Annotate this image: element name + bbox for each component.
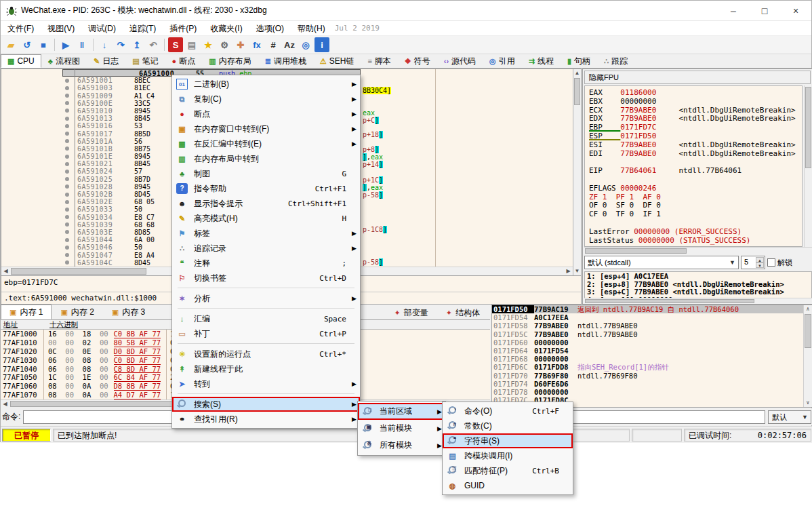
breakpoint-dot[interactable] — [65, 200, 69, 204]
breakpoint-dot[interactable] — [65, 215, 69, 219]
menubar-item-H[interactable]: 帮助(H) — [291, 21, 332, 36]
register-list[interactable]: EAX 01186000EBX 00000000ECX 77B9ABE0 <nt… — [584, 85, 803, 247]
menu-current-region[interactable]: □当前区域▶ — [358, 403, 445, 420]
scroll-down-arrow[interactable]: ∨ — [804, 399, 812, 407]
menubar-item-F[interactable]: 文件(F) — [1, 21, 41, 36]
menu-follow-disasm[interactable]: ▦在反汇编中转到(E)▶ — [172, 136, 360, 151]
breakpoint-dot[interactable] — [65, 170, 69, 174]
scroll-left-arrow[interactable]: ◀ — [1, 267, 10, 275]
menu-search-strings[interactable]: ❝字符串(S) — [443, 433, 573, 448]
arguments-hscrollbar[interactable] — [584, 298, 812, 304]
menu-binary[interactable]: 01二进制(B)▶ — [172, 77, 360, 92]
breakpoint-dot[interactable] — [65, 117, 69, 121]
registers-vscrollbar[interactable] — [804, 85, 812, 247]
breakpoint-dot[interactable] — [65, 86, 69, 90]
breakpoint-dot[interactable] — [65, 193, 69, 197]
menubar-item-O[interactable]: 选项(O) — [249, 21, 291, 36]
breakpoint-dot[interactable] — [65, 177, 69, 181]
tab-内存1[interactable]: ▣内存 1 — [1, 305, 52, 319]
close-button[interactable]: × — [780, 1, 811, 21]
menu-copy[interactable]: ⧉复制(C)▶ — [172, 92, 360, 106]
tab-部变量[interactable]: ✦部变量 — [386, 305, 437, 320]
tab-脚本[interactable]: ≡脚本 — [361, 54, 397, 68]
hash-icon[interactable]: # — [266, 37, 281, 52]
menu-search[interactable]: 搜索(S)▶ — [172, 397, 360, 412]
breakpoint-dot[interactable] — [65, 230, 69, 234]
stack-row[interactable]: 0171FD6000000000 — [492, 338, 812, 347]
menu-all-modules[interactable]: ※所有模块▶ — [358, 437, 445, 454]
minimize-button[interactable]: – — [718, 1, 749, 21]
menu-label[interactable]: ⚑标签▶ — [172, 226, 360, 241]
address-column-header[interactable]: 地址 — [1, 320, 44, 329]
breakpoint-dot[interactable] — [65, 246, 69, 250]
string-az-icon[interactable]: Az — [282, 37, 297, 52]
scroll-thumb[interactable] — [585, 248, 687, 254]
menu-instruction-help[interactable]: ?指令帮助Ctrl+F1 — [172, 181, 360, 196]
breakpoint-dot[interactable] — [65, 162, 69, 166]
step-over-icon[interactable]: ↷ — [113, 37, 128, 52]
patch-icon[interactable]: ✚ — [233, 37, 248, 52]
menu-trace-record[interactable]: ∴追踪记录▶ — [172, 241, 360, 256]
breakpoint-dot[interactable] — [65, 155, 69, 159]
scroll-up-arrow[interactable]: ∧ — [804, 305, 812, 313]
breakpoint-dot[interactable] — [65, 132, 69, 136]
breakpoint-dot[interactable] — [65, 208, 69, 212]
breakpoint-dot[interactable] — [65, 101, 69, 105]
spin-down-icon[interactable]: ▼ — [756, 262, 764, 268]
about-icon[interactable]: i — [314, 37, 329, 52]
scroll-thumb[interactable] — [585, 299, 754, 303]
tab-符号[interactable]: ❖符号 — [398, 54, 437, 68]
menu-assemble[interactable]: ↓汇编Space — [172, 311, 360, 326]
menu-search-pattern[interactable]: ▒匹配特征(P)Ctrl+B — [443, 463, 573, 478]
menu-follow-memmap[interactable]: ▥在内存布局中转到 — [172, 151, 360, 166]
tab-引用[interactable]: ◎引用 — [483, 54, 522, 68]
menu-highlight-mode[interactable]: ✎高亮模式(H)H — [172, 211, 360, 226]
tab-流程图[interactable]: ♣流程图 — [41, 54, 87, 68]
stack-row[interactable]: 0171FD54A0C17EEA — [492, 313, 812, 321]
breakpoint-dot[interactable] — [65, 139, 69, 143]
tab-笔记[interactable]: ▤笔记 — [125, 54, 165, 68]
unlock-checkbox[interactable] — [767, 258, 775, 267]
breakpoint-dot[interactable] — [65, 253, 69, 257]
menu-set-new-origin[interactable]: ✳设置新的运行点Ctrl+* — [172, 347, 360, 362]
tab-句柄[interactable]: ▮句柄 — [561, 54, 597, 68]
scroll-right-arrow[interactable]: ▶ — [564, 267, 573, 275]
restart-icon[interactable]: ↺ — [20, 37, 35, 52]
step-into-icon[interactable]: ↓ — [97, 37, 112, 52]
stack-row[interactable]: 0171FD7077B69F80ntdll.77B69F80 — [492, 372, 812, 380]
menu-breakpoint[interactable]: ●断点▶ — [172, 106, 360, 121]
stack-row[interactable]: 0171FD6800000000 — [492, 355, 812, 363]
breakpoint-dot[interactable] — [65, 260, 69, 265]
tab-日志[interactable]: ✎日志 — [87, 54, 125, 68]
stack-row[interactable]: 0171FD5877B9ABE0ntdll.77B9ABE0 — [492, 321, 812, 330]
disasm-vscrollbar[interactable]: ▲ ▼ — [573, 69, 581, 275]
stack-row[interactable]: 0171FD5C77B9ABE0ntdll.77B9ABE0 — [492, 330, 812, 338]
tab-内存布局[interactable]: ▥内存布局 — [202, 54, 258, 68]
run-icon[interactable]: ▶ — [58, 37, 73, 52]
menu-search-command[interactable]: ›命令(O)Ctrl+F — [443, 404, 573, 418]
hide-fpu-button[interactable]: 隐藏FPU — [584, 71, 811, 84]
menu-search-intermodular-calls[interactable]: ▤跨模块调用(I) — [443, 448, 573, 463]
menu-find-references[interactable]: ⚭查找引用(R)▶ — [172, 412, 360, 427]
breakpoint-dot[interactable] — [65, 222, 69, 227]
spin-up-icon[interactable]: ▲ — [756, 257, 764, 262]
pause-icon[interactable]: ‖ — [75, 37, 89, 52]
breakpoint-dot[interactable] — [65, 94, 69, 98]
scroll-up-arrow[interactable]: ▲ — [573, 69, 581, 77]
scroll-down-arrow[interactable]: ▼ — [573, 267, 581, 275]
tab-内存2[interactable]: ▣内存 2 — [52, 305, 102, 319]
stack-row[interactable]: 0171FD5077B9AC19返回到 ntdll.77B9AC19 自 ntd… — [492, 305, 812, 313]
argument-count-spinner[interactable]: 5 ▲ ▼ — [741, 256, 765, 269]
favourites-icon[interactable]: ★ — [201, 37, 216, 52]
calling-convention-select[interactable]: 默认 (stdcall) ▼ — [584, 256, 739, 269]
calculator-fx-icon[interactable]: fx — [249, 37, 264, 52]
maximize-button[interactable]: □ — [749, 1, 780, 21]
scroll-thumb[interactable] — [10, 401, 186, 407]
stack-pane[interactable]: 0171FD5077B9AC19返回到 ntdll.77B9AC19 自 ntd… — [491, 305, 812, 408]
menu-current-module[interactable]: ▣当前模块▶ — [358, 420, 445, 437]
log-icon[interactable]: ▤ — [184, 37, 199, 52]
script-icon[interactable]: S — [168, 37, 183, 52]
registers-hscrollbar[interactable] — [584, 247, 812, 254]
search-icon[interactable]: ◎ — [298, 37, 313, 52]
breakpoint-dot[interactable] — [65, 184, 69, 189]
